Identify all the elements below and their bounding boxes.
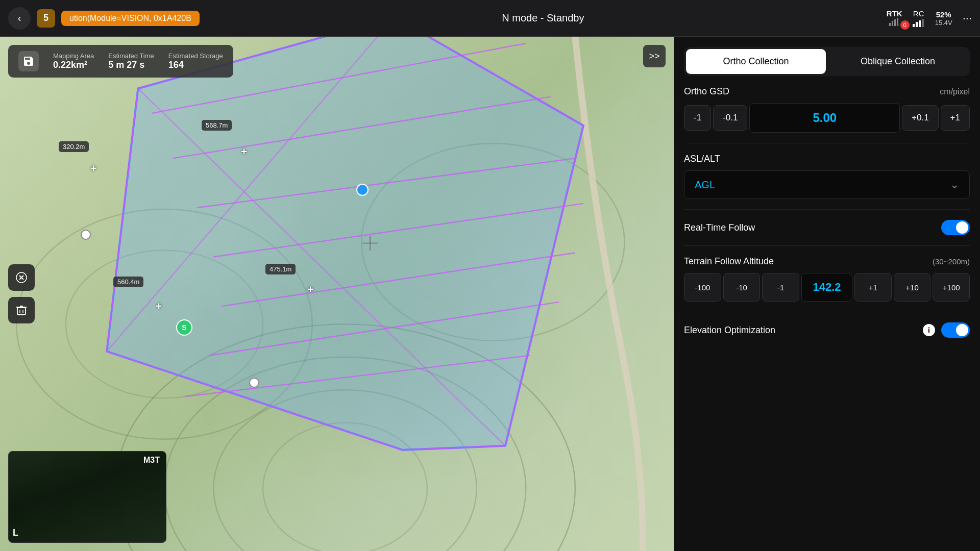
terrain-controls: -100 -10 -1 142.2 +1 +10 +100 — [684, 273, 970, 302]
right-panel: Ortho Collection Oblique Collection Orth… — [674, 37, 980, 551]
est-storage-label: Estimated Storage — [168, 52, 223, 60]
mapping-area-info: Mapping Area 0.22km² — [53, 52, 94, 70]
svg-marker-16 — [107, 37, 583, 450]
waypoint-1[interactable] — [81, 230, 91, 240]
save-icon[interactable] — [18, 51, 39, 71]
estimated-storage-info: Estimated Storage 164 — [168, 52, 223, 70]
gsd-minus01-button[interactable]: -0.1 — [713, 105, 747, 131]
gsd-section: Ortho GSD cm/pixel -1 -0.1 5.00 +0.1 +1 — [684, 86, 970, 133]
rc-signal: RC — [913, 9, 925, 27]
svg-rect-3 — [897, 18, 898, 26]
svg-rect-4 — [913, 24, 915, 27]
gsd-value: 5.00 — [749, 103, 900, 133]
asl-value: AGL — [695, 179, 715, 191]
collection-tabs: Ortho Collection Oblique Collection — [684, 47, 970, 76]
svg-rect-2 — [894, 19, 896, 26]
gsd-plus1-button[interactable]: +1 — [941, 105, 970, 131]
terrain-value: 142.2 — [801, 273, 852, 302]
top-right-controls: RTK 0 RC 52% 15.4V — [887, 9, 972, 28]
more-button[interactable]: ··· — [963, 12, 972, 25]
camera-model-label: M3T — [143, 456, 160, 465]
mapping-area-value: 0.22km² — [53, 60, 94, 70]
realtime-follow-label: Real-Time Follow — [684, 222, 755, 233]
gsd-controls: -1 -0.1 5.00 +0.1 +1 — [684, 103, 970, 133]
terrain-minus10-button[interactable]: -10 — [723, 273, 761, 302]
waypoint-2[interactable] — [249, 378, 259, 388]
map-area[interactable]: 50 — [0, 37, 674, 551]
info-panel: Mapping Area 0.22km² Estimated Time 5 m … — [8, 45, 233, 78]
tab-ortho[interactable]: Ortho Collection — [686, 49, 826, 74]
rtk-label: RTK — [887, 9, 902, 18]
camera-feed — [9, 452, 166, 542]
badge-5: 5 — [37, 9, 55, 28]
mapping-area-label: Mapping Area — [53, 52, 94, 60]
toggle-knob — [956, 221, 968, 234]
divider-2 — [684, 209, 970, 210]
est-time-value: 5 m 27 s — [108, 60, 154, 70]
est-time-label: Estimated Time — [108, 52, 154, 60]
dist-560: 560.4m — [113, 277, 143, 287]
svg-rect-7 — [922, 19, 924, 27]
terrain-plus1-button[interactable]: +1 — [854, 273, 892, 302]
plus-marker-3[interactable]: + — [307, 284, 313, 295]
elevation-opt-row: Elevation Optimization i — [684, 322, 970, 338]
camera-preview: M3T L — [8, 451, 166, 543]
rtk-indicator: RTK 0 — [887, 9, 902, 28]
gsd-plus01-button[interactable]: +0.1 — [902, 105, 939, 131]
plus-marker-1[interactable]: + — [241, 146, 247, 158]
divider-3 — [684, 245, 970, 246]
gsd-unit: cm/pixel — [940, 87, 970, 96]
divider-4 — [684, 312, 970, 312]
dist-568: 568.7m — [202, 120, 232, 131]
plus-marker-4[interactable]: + — [156, 300, 162, 312]
camera-corner-label: L — [13, 528, 18, 538]
back-button[interactable]: ‹ — [8, 7, 31, 30]
realtime-follow-row: Real-Time Follow — [684, 220, 970, 235]
error-banner: ution(Module=VISION, 0x1A420B — [61, 11, 200, 26]
toggle-knob-2 — [956, 324, 968, 336]
gsd-label: Ortho GSD — [684, 86, 729, 97]
terrain-minus100-button[interactable]: -100 — [684, 273, 721, 302]
battery-voltage: 15.4V — [935, 19, 952, 27]
delete-button[interactable] — [8, 297, 35, 323]
battery-indicator: 52% 15.4V — [935, 10, 952, 27]
asl-dropdown[interactable]: AGL ⌄ — [684, 170, 970, 199]
chevron-down-icon: ⌄ — [950, 178, 959, 191]
elevation-opt-toggle[interactable] — [941, 322, 970, 338]
estimated-time-info: Estimated Time 5 m 27 s — [108, 52, 154, 70]
gsd-minus1-button[interactable]: -1 — [684, 105, 711, 131]
terrain-minus1-button[interactable]: -1 — [762, 273, 799, 302]
dist-320: 320.2m — [59, 141, 89, 152]
close-button[interactable] — [8, 264, 35, 291]
terrain-range: (30~200m) — [933, 257, 970, 266]
rtk-zero — [889, 18, 899, 28]
divider-1 — [684, 143, 970, 143]
battery-percent: 52% — [936, 10, 951, 19]
est-storage-value: 164 — [168, 60, 223, 70]
main-content: 50 — [0, 37, 980, 551]
top-bar: ‹ 5 ution(Module=VISION, 0x1A420B N mode… — [0, 0, 980, 37]
terrain-plus100-button[interactable]: +100 — [933, 273, 970, 302]
terrain-follow-section: Terrain Follow Altitude (30~200m) -100 -… — [684, 256, 970, 302]
realtime-follow-toggle[interactable] — [941, 220, 970, 235]
plus-marker-2[interactable]: + — [90, 163, 96, 174]
expand-button[interactable]: >> — [643, 45, 666, 67]
dist-475: 475.1m — [265, 264, 296, 274]
info-icon[interactable]: i — [923, 324, 935, 336]
crosshair — [362, 236, 378, 255]
asl-alt-section: ASL/ALT AGL ⌄ — [684, 154, 970, 199]
svg-rect-0 — [889, 23, 891, 26]
waypoint-blue[interactable] — [356, 184, 369, 196]
tab-oblique[interactable]: Oblique Collection — [828, 49, 968, 74]
svg-rect-5 — [916, 22, 918, 27]
start-marker: S — [176, 319, 192, 336]
svg-rect-6 — [919, 20, 921, 27]
asl-alt-label: ASL/ALT — [684, 154, 720, 164]
svg-rect-37 — [17, 308, 26, 315]
terrain-follow-label: Terrain Follow Altitude — [684, 256, 774, 267]
mode-title: N mode - Standby — [206, 12, 880, 24]
svg-rect-1 — [892, 21, 893, 26]
elevation-opt-label: Elevation Optimization — [684, 325, 775, 336]
action-buttons — [8, 264, 35, 323]
terrain-plus10-button[interactable]: +10 — [894, 273, 931, 302]
